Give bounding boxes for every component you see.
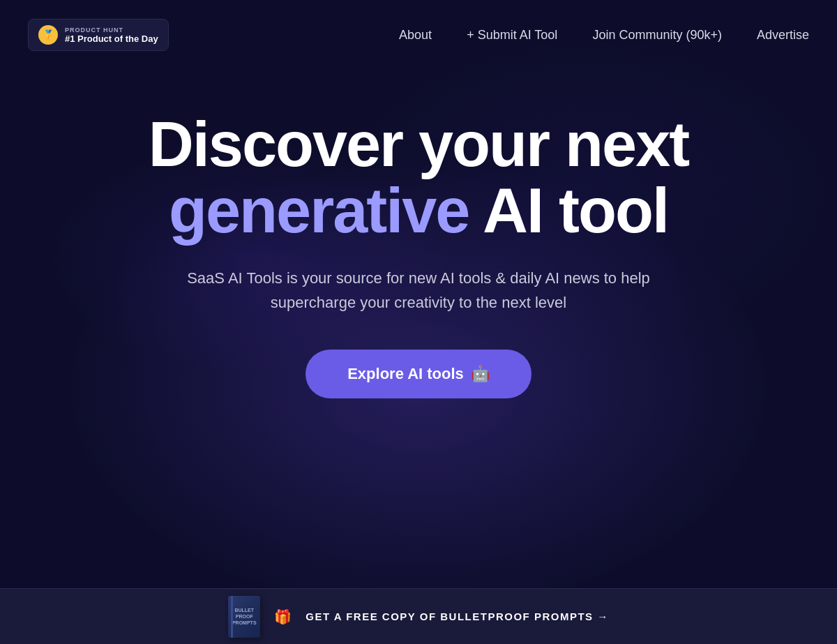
- bottom-banner[interactable]: BULLETPROOFPROMPTS 🎁 GET A FREE COPY OF …: [0, 588, 837, 644]
- nav-link-about[interactable]: About: [399, 28, 432, 42]
- banner-gift-icon: 🎁: [274, 608, 292, 625]
- nav-link-community[interactable]: Join Community (90k+): [592, 28, 722, 42]
- product-hunt-badge[interactable]: 🥇 PRODUCT HUNT #1 Product of the Day: [28, 19, 169, 51]
- banner-book-image: BULLETPROOFPROMPTS: [228, 596, 260, 638]
- nav-item-community[interactable]: Join Community (90k+): [592, 28, 722, 43]
- hero-headline-ai-tool: AI tool: [483, 176, 668, 246]
- hero-headline: Discover your next generative AI tool: [149, 112, 688, 244]
- cta-button-icon: 🤖: [471, 365, 490, 383]
- nav-item-advertise[interactable]: Advertise: [757, 28, 809, 43]
- hero-subtitle: SaaS AI Tools is your source for new AI …: [174, 266, 663, 315]
- nav-item-submit[interactable]: + Submit AI Tool: [467, 28, 557, 43]
- hero-headline-line1: Discover your next: [149, 110, 688, 179]
- nav-item-about[interactable]: About: [399, 28, 432, 43]
- explore-ai-tools-button[interactable]: Explore AI tools 🤖: [306, 350, 531, 398]
- navbar-left: 🥇 PRODUCT HUNT #1 Product of the Day: [28, 19, 169, 51]
- navbar: 🥇 PRODUCT HUNT #1 Product of the Day Abo…: [0, 0, 837, 70]
- cta-button-label: Explore AI tools: [347, 365, 464, 383]
- product-hunt-label: PRODUCT HUNT: [65, 27, 158, 33]
- nav-menu: About + Submit AI Tool Join Community (9…: [399, 28, 809, 43]
- nav-link-submit[interactable]: + Submit AI Tool: [467, 28, 557, 42]
- banner-text: GET A FREE COPY OF BULLETPROOF PROMPTS →: [306, 611, 608, 622]
- hero-headline-generative: generative: [169, 176, 469, 246]
- nav-link-advertise[interactable]: Advertise: [757, 28, 809, 42]
- product-hunt-text: PRODUCT HUNT #1 Product of the Day: [65, 27, 158, 44]
- product-hunt-medal-icon: 🥇: [38, 25, 58, 45]
- hero-section: Discover your next generative AI tool Sa…: [0, 70, 837, 482]
- product-hunt-title: #1 Product of the Day: [65, 33, 158, 44]
